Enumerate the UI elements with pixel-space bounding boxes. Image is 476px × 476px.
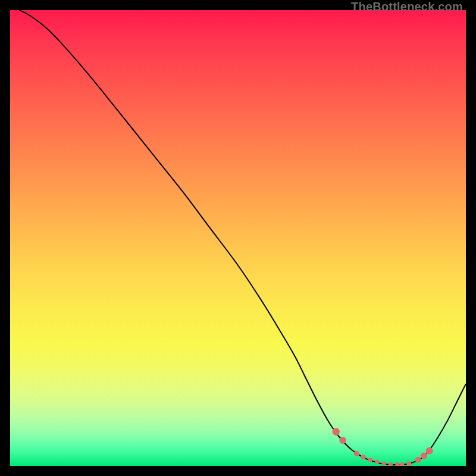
highlight-dot xyxy=(389,462,393,466)
highlight-dot xyxy=(400,462,404,466)
highlight-dot xyxy=(333,428,340,435)
chart-area xyxy=(10,10,466,466)
highlight-dot xyxy=(421,453,427,459)
highlight-dot xyxy=(406,461,411,466)
highlight-dot xyxy=(368,458,372,462)
highlight-dot xyxy=(415,457,421,463)
highlight-dots-group xyxy=(333,428,433,466)
highlight-dot xyxy=(426,447,433,455)
highlight-dot xyxy=(361,455,366,459)
highlight-dot xyxy=(382,462,386,466)
highlight-dot xyxy=(375,460,379,464)
highlight-dot xyxy=(354,451,359,456)
highlight-dot xyxy=(339,437,346,444)
highlight-dot xyxy=(396,462,400,466)
chart-svg xyxy=(10,10,466,466)
bottleneck-curve xyxy=(19,10,466,465)
watermark-text: TheBottleneck.com xyxy=(351,0,463,14)
